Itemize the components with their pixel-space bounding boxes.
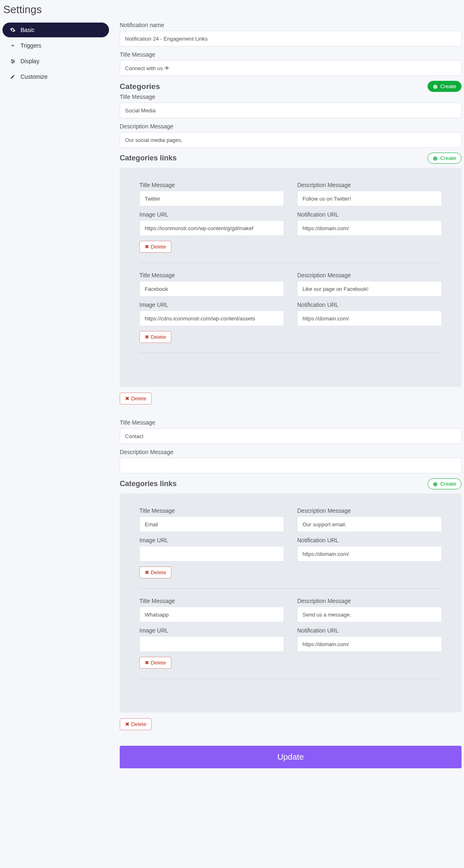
sliders-icon <box>10 59 16 64</box>
link-block: Title Message Description Message Image … <box>139 507 442 584</box>
link-title-input[interactable] <box>139 281 284 297</box>
delete-category-button[interactable]: ✖ Delete <box>120 393 152 404</box>
label-link-url: Notification URL <box>297 537 442 544</box>
gear-icon <box>10 27 16 33</box>
link-desc-input[interactable] <box>297 516 442 532</box>
link-image-input[interactable] <box>139 636 284 652</box>
create-link-button[interactable]: ⊕ Create <box>428 478 462 489</box>
label-link-url: Notification URL <box>297 627 442 634</box>
category-desc-input[interactable] <box>120 132 462 148</box>
delete-label: Delete <box>131 395 147 402</box>
delete-link-button[interactable]: ✖ Delete <box>139 566 171 578</box>
delete-label: Delete <box>151 334 166 340</box>
nav-label: Basic <box>20 27 34 33</box>
links-panel: Title Message Description Message Image … <box>120 493 462 713</box>
label-link-image: Image URL <box>139 537 284 544</box>
categories-links-heading: Categories links <box>120 480 177 488</box>
delete-category-button[interactable]: ✖ Delete <box>120 718 152 730</box>
category-title-input[interactable] <box>120 428 462 444</box>
nav-label: Triggers <box>20 42 41 49</box>
x-icon: ✖ <box>125 721 130 727</box>
svg-point-1 <box>13 61 14 62</box>
label-cat-title: Title Message <box>120 419 462 426</box>
link-block: Title Message Description Message Image … <box>139 598 442 674</box>
label-link-desc: Description Message <box>297 182 442 188</box>
x-icon: ✖ <box>145 569 149 576</box>
label-link-image: Image URL <box>139 302 284 308</box>
svg-point-2 <box>12 62 13 63</box>
create-label: Create <box>440 481 456 487</box>
delete-label: Delete <box>131 721 147 727</box>
main-form: Notification name Title Message Categori… <box>120 22 462 768</box>
delete-label: Delete <box>151 660 166 666</box>
link-image-input[interactable] <box>139 546 284 562</box>
link-block: Title Message Description Message Image … <box>139 182 442 258</box>
label-link-title: Title Message <box>139 182 284 188</box>
link-image-input[interactable] <box>139 220 284 236</box>
nav-item-customize[interactable]: Customize <box>2 69 109 84</box>
label-link-desc: Description Message <box>297 272 442 279</box>
delete-link-button[interactable]: ✖ Delete <box>139 657 171 669</box>
label-link-title: Title Message <box>139 507 284 514</box>
plus-icon: ⊕ <box>433 155 438 161</box>
create-link-button[interactable]: ⊕ Create <box>428 153 462 164</box>
categories-links-heading: Categories links <box>120 154 177 162</box>
link-url-input[interactable] <box>297 311 442 326</box>
link-desc-input[interactable] <box>297 281 442 297</box>
sidebar: Basic Triggers Display <box>2 22 109 84</box>
link-url-input[interactable] <box>297 220 442 236</box>
nav-item-basic[interactable]: Basic <box>2 23 109 37</box>
nav-item-triggers[interactable]: Triggers <box>2 38 109 53</box>
create-label: Create <box>440 83 456 89</box>
label-link-image: Image URL <box>139 627 284 634</box>
nav-item-display[interactable]: Display <box>2 54 109 69</box>
delete-label: Delete <box>151 569 166 576</box>
label-link-desc: Description Message <box>297 507 442 514</box>
label-cat-desc: Description Message <box>120 123 462 130</box>
link-image-input[interactable] <box>139 311 284 326</box>
title-message-input[interactable] <box>120 60 462 76</box>
links-panel: Title Message Description Message Image … <box>120 168 462 387</box>
label-link-desc: Description Message <box>297 598 442 604</box>
label-link-url: Notification URL <box>297 302 442 308</box>
x-icon: ✖ <box>145 244 149 250</box>
link-title-input[interactable] <box>139 191 284 206</box>
delete-label: Delete <box>151 244 166 250</box>
divider <box>139 353 442 353</box>
page-title: Settings <box>2 0 462 22</box>
divider <box>139 588 442 589</box>
plus-icon: ⊕ <box>433 84 438 89</box>
label-link-title: Title Message <box>139 598 284 604</box>
svg-point-0 <box>11 59 12 60</box>
pencil-icon <box>10 74 16 79</box>
create-label: Create <box>440 155 456 161</box>
link-url-input[interactable] <box>297 546 442 562</box>
label-link-image: Image URL <box>139 211 284 218</box>
create-category-button[interactable]: ⊕ Create <box>428 81 462 92</box>
x-icon: ✖ <box>145 334 149 340</box>
update-button[interactable]: Update <box>120 746 462 768</box>
delete-link-button[interactable]: ✖ Delete <box>139 241 171 253</box>
x-icon: ✖ <box>145 660 149 666</box>
category-desc-input[interactable] <box>120 458 462 473</box>
link-url-input[interactable] <box>297 636 442 652</box>
chevron-up-icon <box>10 43 16 48</box>
label-cat-title: Title Message <box>120 94 462 100</box>
nav-label: Display <box>20 58 39 64</box>
label-link-title: Title Message <box>139 272 284 279</box>
divider <box>139 263 442 263</box>
link-block: Title Message Description Message Image … <box>139 272 442 349</box>
label-title-message: Title Message <box>120 51 462 58</box>
link-desc-input[interactable] <box>297 607 442 622</box>
divider <box>139 678 442 679</box>
link-desc-input[interactable] <box>297 191 442 206</box>
label-cat-desc: Description Message <box>120 449 462 455</box>
category-title-input[interactable] <box>120 103 462 118</box>
delete-link-button[interactable]: ✖ Delete <box>139 331 171 343</box>
link-title-input[interactable] <box>139 607 284 622</box>
x-icon: ✖ <box>125 395 130 402</box>
plus-icon: ⊕ <box>433 481 438 487</box>
nav-label: Customize <box>20 73 48 80</box>
link-title-input[interactable] <box>139 516 284 532</box>
notification-name-input[interactable] <box>120 31 462 46</box>
